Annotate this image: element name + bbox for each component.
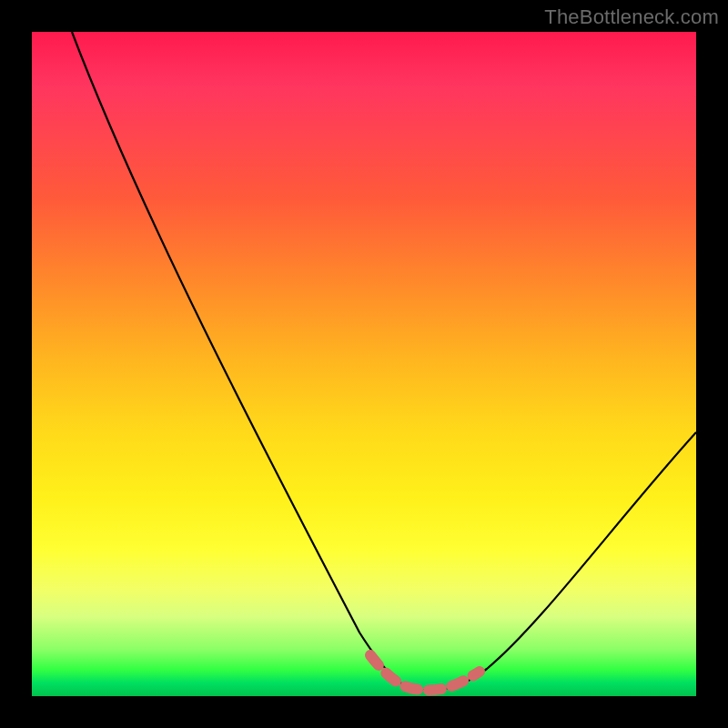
watermark-text: TheBottleneck.com: [544, 5, 719, 29]
sweet-spot-band: [370, 655, 480, 690]
bottleneck-curve: [72, 32, 696, 690]
chart-svg: [32, 32, 696, 696]
chart-frame: TheBottleneck.com: [0, 0, 728, 728]
plot-area: [32, 32, 696, 696]
